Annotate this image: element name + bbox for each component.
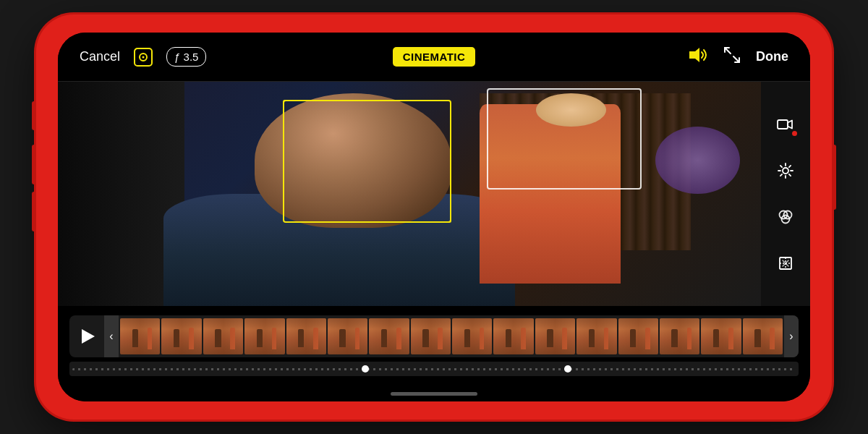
focus-icon-svg xyxy=(132,46,155,69)
done-button[interactable]: Done xyxy=(756,49,788,64)
volume-icon[interactable] xyxy=(688,46,708,68)
film-frame xyxy=(244,318,284,354)
filmstrip xyxy=(119,315,784,357)
svg-marker-3 xyxy=(689,48,699,62)
film-frame xyxy=(120,318,160,354)
top-bar-right: Done xyxy=(552,46,788,68)
volume-up-button[interactable] xyxy=(32,145,36,184)
film-frame xyxy=(411,318,451,354)
volume-down-button[interactable] xyxy=(32,192,36,231)
video-camera-button[interactable] xyxy=(773,111,799,137)
background-flowers xyxy=(655,127,740,194)
scrubber-thumb-1[interactable] xyxy=(362,365,369,373)
film-frame xyxy=(369,318,409,354)
focus-mode-icon[interactable] xyxy=(132,46,155,69)
film-frame xyxy=(493,318,533,354)
secondary-focus-box xyxy=(487,88,642,190)
top-bar-left: Cancel ƒ 3.5 xyxy=(80,46,316,69)
film-frame xyxy=(660,318,699,354)
crop-transform-button[interactable] xyxy=(773,250,799,276)
svg-line-17 xyxy=(789,174,791,176)
film-frame xyxy=(701,318,741,354)
top-bar-center: CINEMATIC xyxy=(316,47,553,67)
svg-point-2 xyxy=(142,56,145,58)
brightness-button[interactable] xyxy=(773,158,799,184)
svg-point-11 xyxy=(783,168,788,174)
play-button[interactable] xyxy=(69,315,104,357)
main-content xyxy=(58,82,810,306)
phone-screen: Cancel ƒ 3.5 CINEMATIC xyxy=(58,33,810,401)
mute-button[interactable] xyxy=(32,101,36,130)
home-indicator xyxy=(58,386,810,401)
video-scene xyxy=(58,82,761,306)
film-frame xyxy=(618,318,658,354)
film-frame xyxy=(576,318,616,354)
scrubber-thumb-2[interactable] xyxy=(564,365,571,373)
primary-focus-box xyxy=(283,100,451,224)
video-active-dot xyxy=(792,131,797,136)
film-frame xyxy=(743,318,783,354)
film-frame xyxy=(161,318,201,354)
svg-rect-10 xyxy=(778,120,788,129)
svg-line-18 xyxy=(780,174,782,176)
cinematic-badge: CINEMATIC xyxy=(393,47,476,67)
svg-line-16 xyxy=(780,166,782,167)
film-frame xyxy=(203,318,243,354)
left-bracket-button[interactable]: ‹ xyxy=(104,315,119,357)
cancel-button[interactable]: Cancel xyxy=(80,49,120,64)
svg-line-19 xyxy=(789,166,791,167)
power-button[interactable] xyxy=(832,145,836,210)
svg-line-7 xyxy=(733,56,739,62)
film-frame xyxy=(286,318,326,354)
color-mix-button[interactable] xyxy=(773,204,799,230)
scrubber-track[interactable] xyxy=(69,362,799,376)
home-bar[interactable] xyxy=(391,392,477,396)
expand-icon[interactable] xyxy=(723,46,741,68)
top-bar: Cancel ƒ 3.5 CINEMATIC xyxy=(58,33,810,82)
right-bracket-button[interactable]: › xyxy=(784,315,799,357)
play-triangle-icon xyxy=(82,329,95,344)
aperture-button[interactable]: ƒ 3.5 xyxy=(166,47,206,67)
film-frame xyxy=(452,318,492,354)
right-toolbar xyxy=(761,82,810,306)
svg-line-4 xyxy=(725,48,731,54)
scrubber-dots xyxy=(72,368,796,370)
video-area[interactable] xyxy=(58,82,761,306)
phone-frame: Cancel ƒ 3.5 CINEMATIC xyxy=(36,14,832,420)
film-frame xyxy=(535,318,575,354)
bottom-controls: ‹ xyxy=(58,306,810,386)
timeline-strip[interactable]: ‹ xyxy=(69,315,799,357)
film-frame xyxy=(328,318,367,354)
